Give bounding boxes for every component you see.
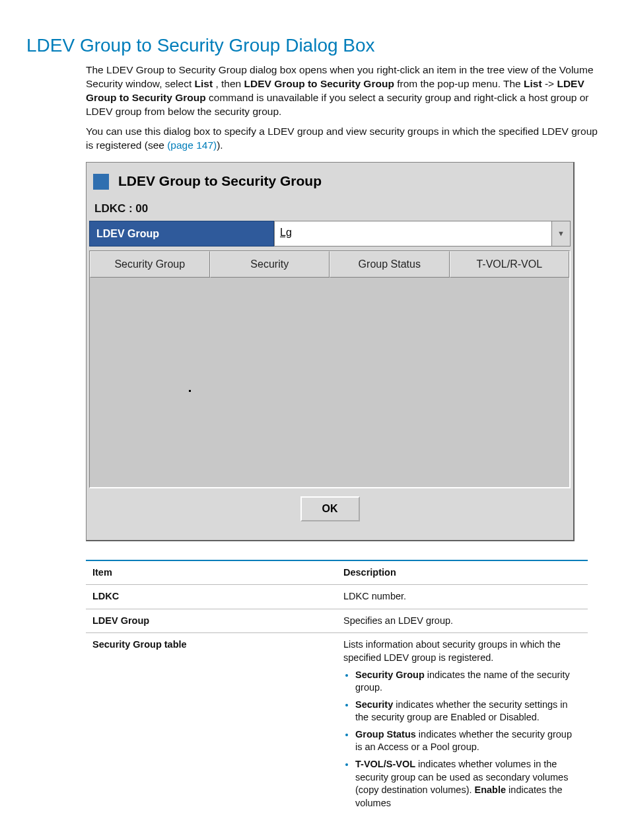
page-ref-link[interactable]: (page 147) — [167, 139, 217, 151]
item-sec-table: Security Group table — [86, 633, 337, 819]
intro-p1b: , then — [213, 78, 244, 89]
sec-table-lead: Lists information about security groups … — [343, 639, 561, 663]
table-row: LDEV Group Specifies an LDEV group. — [86, 609, 588, 633]
description-table: Item Description LDKC LDKC number. LDEV … — [86, 560, 588, 819]
intro-list-bold: List — [195, 78, 213, 89]
grid-body — [90, 278, 569, 487]
b1-bold: Security Group — [355, 669, 425, 680]
intro-p2a: You can use this dialog box to specify a… — [86, 126, 598, 151]
ldkc-label: LDKC : 00 — [87, 196, 573, 221]
intro-p2b: ). — [217, 139, 223, 151]
ldev-group-value: Lg — [275, 221, 551, 247]
table-row: Security Group table Lists information a… — [86, 633, 588, 819]
col-security-group[interactable]: Security Group — [90, 251, 210, 278]
security-group-grid[interactable]: Security Group Security Group Status T-V… — [89, 250, 571, 488]
b3-bold: Group Status — [355, 729, 416, 740]
ldev-group-label: LDEV Group — [89, 221, 274, 247]
col-description: Description — [337, 560, 588, 585]
intro-arrow: -> — [542, 78, 557, 89]
ldev-group-select[interactable]: Lg ▼ — [274, 221, 571, 247]
b4-enable: Enable — [475, 784, 507, 795]
table-row: LDKC LDKC number. — [86, 585, 588, 609]
col-tvol-rvol[interactable]: T-VOL/R-VOL — [450, 251, 570, 278]
item-ldev-group: LDEV Group — [86, 609, 337, 633]
list-item: Security indicates whether the security … — [355, 699, 581, 724]
intro-text: The LDEV Group to Security Group dialog … — [86, 63, 604, 153]
dialog-title: LDEV Group to Security Group — [118, 172, 322, 190]
b2-bold: Security — [355, 699, 393, 710]
intro-p1c: from the pop-up menu. The — [394, 78, 524, 89]
intro-ldev-bold: LDEV Group to Security Group — [244, 78, 394, 89]
list-item: Group Status indicates whether the secur… — [355, 728, 581, 754]
col-item: Item — [86, 560, 337, 585]
desc-ldkc: LDKC number. — [337, 585, 588, 609]
dialog-icon — [93, 174, 109, 190]
page-title: LDEV Group to Security Group Dialog Box — [26, 33, 604, 58]
ok-button[interactable]: OK — [300, 496, 360, 521]
dropdown-arrow-icon[interactable]: ▼ — [551, 221, 570, 247]
dialog-screenshot: LDEV Group to Security Group LDKC : 00 L… — [86, 162, 604, 541]
col-security[interactable]: Security — [210, 251, 330, 278]
list-item: Security Group indicates the name of the… — [355, 669, 581, 695]
desc-sec-table: Lists information about security groups … — [337, 633, 588, 819]
intro-list-bold2: List — [524, 78, 542, 89]
item-ldkc: LDKC — [86, 585, 337, 609]
desc-ldev-group: Specifies an LDEV group. — [337, 609, 588, 633]
list-item: T-VOL/S-VOL indicates whether volumes in… — [355, 758, 581, 810]
col-group-status[interactable]: Group Status — [330, 251, 450, 278]
b4-bold: T-VOL/S-VOL — [355, 759, 415, 769]
